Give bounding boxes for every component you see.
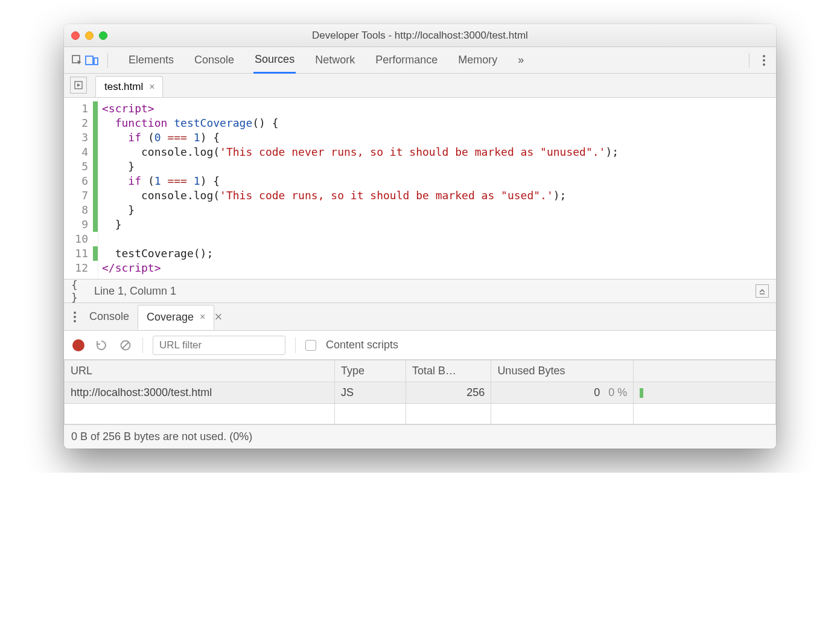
editor-statusbar: { } Line 1, Column 1	[64, 279, 776, 303]
svg-rect-2	[94, 58, 98, 65]
settings-menu-icon[interactable]	[758, 55, 770, 66]
col-type[interactable]: Type	[335, 360, 406, 382]
inspect-element-icon[interactable]	[70, 53, 84, 68]
cell-usage-bar	[634, 382, 776, 404]
col-url[interactable]: URL	[65, 360, 335, 382]
tab-console[interactable]: Console	[193, 48, 235, 72]
device-toolbar-icon[interactable]	[84, 53, 99, 68]
zoom-window-button[interactable]	[99, 31, 107, 40]
close-drawer-icon[interactable]: ×	[214, 309, 222, 325]
coverage-table: URL Type Total B… Unused Bytes http://lo…	[64, 360, 776, 424]
clear-icon[interactable]	[118, 338, 133, 353]
table-header-row: URL Type Total B… Unused Bytes	[65, 360, 776, 382]
col-bar	[634, 360, 776, 382]
main-toolbar: Elements Console Sources Network Perform…	[64, 47, 776, 74]
window-controls	[71, 31, 107, 40]
cursor-position: Line 1, Column 1	[94, 285, 176, 298]
table-row	[65, 404, 776, 424]
url-filter-input[interactable]	[153, 336, 285, 355]
file-tabs-bar: test.html ×	[64, 74, 776, 98]
close-window-button[interactable]	[71, 31, 80, 40]
usage-bar-icon	[640, 388, 643, 398]
close-icon[interactable]: ×	[200, 312, 205, 322]
table-row[interactable]: http://localhost:3000/test.html JS 256 0…	[65, 382, 776, 404]
content-scripts-checkbox[interactable]	[305, 340, 316, 351]
tab-elements[interactable]: Elements	[127, 48, 175, 72]
svg-rect-4	[760, 293, 765, 295]
cell-total: 256	[406, 382, 491, 404]
cell-unused: 00 %	[491, 382, 634, 404]
tab-network[interactable]: Network	[314, 48, 356, 72]
reload-icon[interactable]	[94, 338, 109, 353]
tab-memory[interactable]: Memory	[457, 48, 498, 72]
svg-rect-1	[86, 56, 93, 65]
window-title: Developer Tools - http://localhost:3000/…	[64, 30, 776, 42]
content-scripts-label: Content scripts	[326, 339, 398, 351]
cell-type: JS	[335, 382, 406, 404]
drawer-tab-coverage-label: Coverage	[147, 311, 194, 324]
close-icon[interactable]: ×	[149, 82, 154, 92]
panel-tabs: Elements Console Sources Network Perform…	[127, 47, 525, 74]
titlebar: Developer Tools - http://localhost:3000/…	[64, 24, 776, 47]
navigator-toggle-icon[interactable]	[70, 77, 87, 94]
line-gutter: 123456789101112	[64, 98, 98, 279]
drawer-tab-coverage[interactable]: Coverage ×	[138, 305, 214, 330]
drawer-tabs: Console Coverage × ×	[64, 303, 776, 331]
pretty-print-icon[interactable]: { }	[71, 284, 86, 298]
minimize-window-button[interactable]	[85, 31, 94, 40]
cell-url: http://localhost:3000/test.html	[65, 382, 335, 404]
coverage-toolbar: Content scripts	[64, 331, 776, 360]
col-total[interactable]: Total B…	[406, 360, 491, 382]
file-tab-test-html[interactable]: test.html ×	[95, 76, 163, 97]
coverage-summary: 0 B of 256 B bytes are not used. (0%)	[64, 424, 776, 449]
record-button[interactable]	[72, 339, 84, 351]
code-content[interactable]: <script> function testCoverage() { if (0…	[98, 98, 776, 279]
file-tab-label: test.html	[104, 81, 143, 93]
drawer-menu-icon[interactable]	[69, 312, 81, 322]
svg-line-6	[122, 342, 129, 348]
tab-performance[interactable]: Performance	[374, 48, 439, 72]
drawer-tab-console[interactable]: Console	[81, 305, 138, 328]
collapse-drawer-icon[interactable]	[756, 284, 769, 298]
tab-sources[interactable]: Sources	[253, 47, 296, 74]
devtools-window: Developer Tools - http://localhost:3000/…	[64, 24, 776, 449]
source-editor[interactable]: 123456789101112 <script> function testCo…	[64, 98, 776, 279]
col-unused[interactable]: Unused Bytes	[491, 360, 634, 382]
tab-more[interactable]: »	[517, 48, 525, 72]
